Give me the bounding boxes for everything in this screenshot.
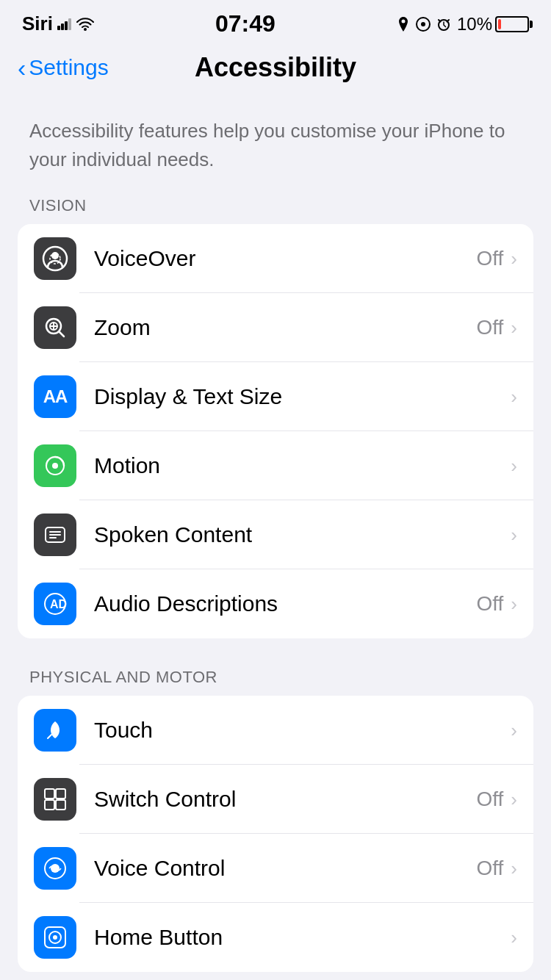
switch-control-label: Switch Control [94,787,476,812]
battery-icon [495,16,529,32]
switch-control-icon [34,778,76,821]
page-title: Accessibility [195,52,356,83]
svg-point-31 [53,935,57,940]
spoken-content-icon [34,514,76,556]
touch-item[interactable]: Touch › [18,696,533,765]
motion-item[interactable]: Motion › [18,431,533,500]
touch-label: Touch [94,718,503,743]
display-text-size-icon: AA [34,375,76,418]
switch-control-value: Off [476,788,503,811]
location-icon [397,17,410,32]
svg-rect-26 [56,800,65,810]
home-button-chevron-icon: › [511,926,517,949]
vision-section-list: VoiceOver Off › Zoom Off › AA [18,224,533,638]
spoken-content-label: Spoken Content [94,522,503,547]
home-button-label: Home Button [94,925,503,950]
svg-point-16 [52,463,58,469]
audio-descriptions-value: Off [476,592,503,616]
voice-control-value: Off [476,857,503,880]
svg-rect-3 [68,18,71,30]
audio-descriptions-item[interactable]: AD Audio Descriptions Off › [18,569,533,638]
home-button-item[interactable]: Home Button › [18,903,533,972]
voice-control-icon [34,847,76,890]
svg-rect-25 [45,800,54,810]
touch-chevron-icon: › [511,719,517,742]
status-time: 07:49 [215,10,276,37]
switch-control-item[interactable]: Switch Control Off › [18,765,533,834]
voice-control-chevron-icon: › [511,857,517,880]
battery-fill [498,19,501,29]
home-button-icon [34,916,76,959]
voiceover-chevron-icon: › [511,248,517,270]
motion-icon [34,444,76,487]
zoom-label: Zoom [94,315,476,340]
svg-rect-23 [45,789,54,799]
zoom-icon [34,306,76,349]
audio-descriptions-label: Audio Descriptions [94,591,476,616]
alarm-icon [436,17,451,32]
vision-section: VISION VoiceOver Off › [0,189,551,660]
switch-control-chevron-icon: › [511,788,517,811]
back-label[interactable]: Settings [29,55,108,80]
vision-section-header: VISION [0,189,551,224]
zoom-value: Off [476,316,503,339]
status-right: 10% [397,14,529,35]
voiceover-label: VoiceOver [94,246,476,271]
voiceover-icon [34,237,76,280]
svg-rect-24 [56,789,65,799]
spoken-content-item[interactable]: Spoken Content › [18,500,533,569]
zoom-chevron-icon: › [511,317,517,339]
display-text-size-chevron-icon: › [511,386,517,408]
svg-rect-2 [65,21,68,30]
back-chevron-icon: ‹ [18,55,26,80]
motion-label: Motion [94,453,503,478]
at-icon [416,17,431,32]
accessibility-description: Accessibility features help you customis… [0,95,551,189]
back-button[interactable]: ‹ Settings [18,55,109,80]
wifi-icon [76,18,94,31]
svg-rect-0 [57,26,60,30]
motion-chevron-icon: › [511,455,517,478]
voice-control-label: Voice Control [94,856,476,881]
spoken-content-chevron-icon: › [511,524,517,547]
svg-rect-1 [61,24,64,30]
battery-container: 10% [457,14,529,35]
carrier-label: Siri [22,12,53,35]
signal-icon [57,18,72,30]
physical-motor-section-header: PHYSICAL AND MOTOR [0,660,551,696]
display-text-size-label: Display & Text Size [94,384,503,409]
voice-control-item[interactable]: Voice Control Off › [18,834,533,903]
touch-icon [34,709,76,752]
voiceover-value: Off [476,247,503,270]
physical-motor-section-list: Touch › Switch Control Off › [18,696,533,972]
status-left: Siri [22,12,94,35]
nav-bar: ‹ Settings Accessibility [0,45,551,95]
audio-descriptions-chevron-icon: › [511,593,517,616]
svg-line-12 [59,331,64,336]
voiceover-item[interactable]: VoiceOver Off › [18,224,533,293]
display-text-size-item[interactable]: AA Display & Text Size › [18,362,533,431]
svg-text:AD: AD [50,598,67,610]
physical-motor-section: PHYSICAL AND MOTOR Touch › [0,660,551,980]
battery-percent-label: 10% [457,14,492,35]
svg-point-5 [421,22,425,26]
audio-descriptions-icon: AD [34,583,76,625]
zoom-item[interactable]: Zoom Off › [18,293,533,362]
status-bar: Siri 07:49 10% [0,0,551,45]
